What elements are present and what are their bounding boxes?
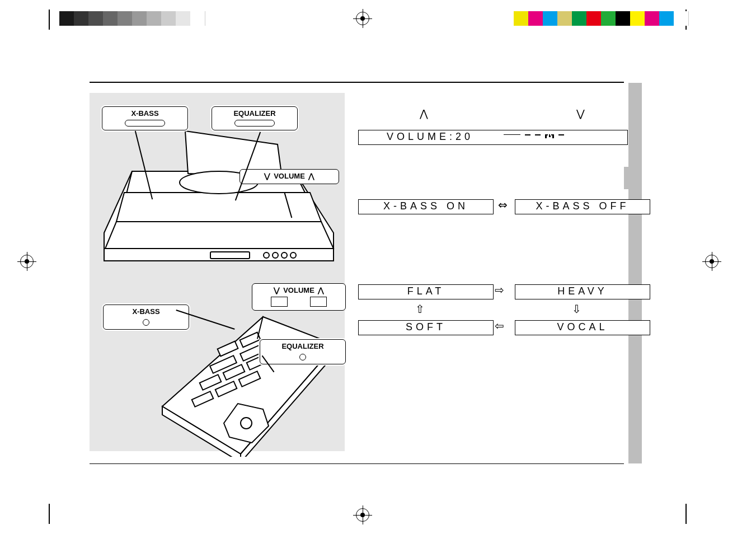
chevron-down-icon: ⋁ [274,286,280,294]
section-tab-gutter [628,83,642,463]
registration-target-icon [20,255,34,268]
callout-xbass-unit: X-BASS [102,106,188,130]
svg-point-25 [241,418,252,429]
registration-target-icon [356,508,369,522]
chevron-up-icon: ⋀ [318,286,324,294]
callout-equalizer-remote: EQUALIZER [260,339,346,364]
display-volume: VOLUME:20 [358,130,628,145]
arrow-left-icon: ⇦ [495,320,504,331]
display-indicator-icons [504,134,564,137]
display-text: VOCAL [557,321,608,333]
registration-target-icon [705,255,719,268]
double-arrow-icon: ⇔ [498,199,508,210]
display-text: FLAT [407,285,445,297]
display-eq-soft: SOFT [358,320,494,335]
callout-label: EQUALIZER [281,342,323,350]
chevron-up-icon: ⋀ [308,172,314,180]
display-text: X-BASS OFF [536,200,629,212]
arrow-up-icon: ⇧ [415,303,425,315]
crop-mark [685,504,687,524]
display-xbass-off: X-BASS OFF [515,199,650,214]
display-eq-heavy: HEAVY [515,284,650,299]
svg-marker-3 [105,222,334,249]
illustration-panel: X-BASS EQUALIZER ⋁ VOLUME ⋀ [90,93,345,451]
chevron-down-icon: ⋁ [264,172,270,180]
callout-xbass-remote: X-BASS [103,305,189,330]
display-text: VOLUME:20 [387,131,473,143]
crop-mark [49,504,50,524]
callout-label: VOLUME [283,286,314,294]
grayscale-calibration-bar [59,11,205,26]
callout-equalizer-unit: EQUALIZER [212,106,298,130]
main-unit-illustration [93,115,344,283]
manual-page: X-BASS EQUALIZER ⋁ VOLUME ⋀ [90,82,624,464]
callout-label: X-BASS [132,307,159,316]
color-calibration-bar [514,11,689,26]
chevron-down-icon: ⋁ [576,109,585,119]
arrow-down-icon: ⇩ [572,303,581,315]
arrow-right-icon: ⇨ [495,284,504,296]
callout-label: X-BASS [131,109,158,118]
callout-volume-unit: ⋁ VOLUME ⋀ [240,169,339,184]
crop-mark [49,10,50,30]
display-eq-vocal: VOCAL [515,320,650,335]
display-text: HEAVY [557,285,608,297]
callout-label: EQUALIZER [233,109,275,118]
remote-illustration [157,311,336,457]
registration-target-icon [356,12,369,25]
display-xbass-on: X-BASS ON [358,199,494,214]
display-text: SOFT [406,321,446,333]
callout-label: VOLUME [274,172,305,180]
chevron-up-icon: ⋀ [420,109,428,119]
display-eq-flat: FLAT [358,284,494,299]
callout-volume-remote: ⋁ VOLUME ⋀ [252,283,346,311]
display-text: X-BASS ON [383,200,468,212]
